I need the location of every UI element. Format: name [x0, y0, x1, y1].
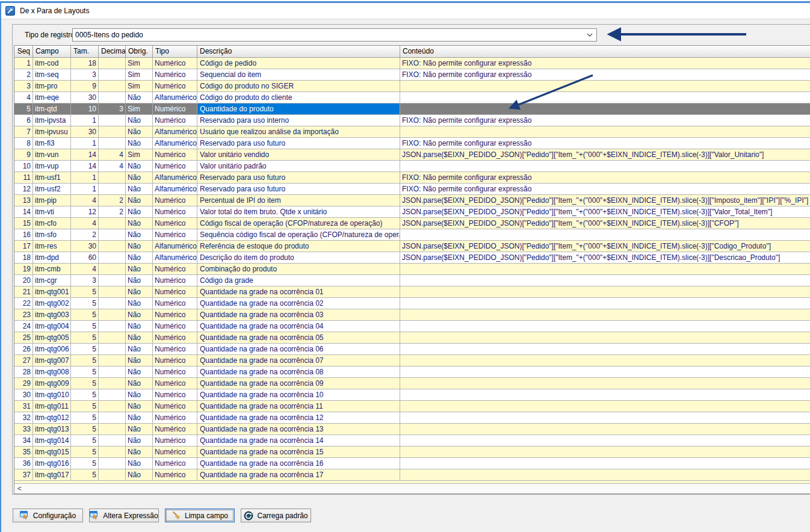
- cell-tam[interactable]: 12: [71, 206, 99, 217]
- cell-tipo[interactable]: Numérico: [153, 412, 197, 423]
- cell-decimais[interactable]: [99, 469, 126, 480]
- cell-tipo[interactable]: Numérico: [153, 206, 197, 217]
- cell-seq[interactable]: 31: [14, 401, 33, 412]
- table-row[interactable]: 28itm-qtg0085NãoNuméricoQuantidade na gr…: [14, 367, 810, 378]
- cell-conteudo[interactable]: FIXO: Não permite configurar expressão: [400, 184, 810, 194]
- cell-obrig[interactable]: Não: [126, 332, 153, 343]
- cell-obrig[interactable]: Não: [126, 412, 153, 423]
- cell-campo[interactable]: itm-eqe: [33, 92, 71, 103]
- cell-tam[interactable]: 5: [71, 447, 99, 457]
- cell-decimais[interactable]: [99, 229, 126, 240]
- cell-tipo[interactable]: Alfanumérico: [153, 184, 197, 194]
- cell-descricao[interactable]: Usuário que realizou análise da importaç…: [197, 126, 400, 137]
- cell-seq[interactable]: 8: [14, 138, 33, 149]
- cell-decimais[interactable]: [99, 264, 126, 274]
- cell-tipo[interactable]: Numérico: [153, 298, 197, 309]
- cell-campo[interactable]: itm-usf1: [33, 172, 71, 183]
- cell-tam[interactable]: 3: [71, 275, 99, 286]
- cell-campo[interactable]: itm-cmb: [33, 264, 71, 274]
- cell-obrig[interactable]: Não: [126, 378, 153, 389]
- cell-obrig[interactable]: Sim: [126, 81, 153, 91]
- cell-descricao[interactable]: Quantidade do produto: [197, 104, 400, 114]
- cell-tipo[interactable]: Alfanumérico: [153, 92, 197, 103]
- cell-descricao[interactable]: Quantidade na grade na ocorrência 10: [197, 389, 400, 400]
- cell-obrig[interactable]: Não: [126, 424, 153, 435]
- cell-decimais[interactable]: [99, 321, 126, 332]
- cell-campo[interactable]: itm-pro: [33, 81, 71, 91]
- cell-campo[interactable]: itm-cfo: [33, 218, 71, 229]
- table-row[interactable]: 24itm-qtg0045NãoNuméricoQuantidade na gr…: [14, 321, 810, 332]
- column-header-seq[interactable]: Seq: [14, 46, 33, 58]
- cell-tam[interactable]: 60: [71, 252, 99, 263]
- cell-campo[interactable]: itm-qtg011: [33, 401, 71, 412]
- cell-tipo[interactable]: Numérico: [153, 401, 197, 412]
- cell-conteudo[interactable]: [400, 469, 810, 480]
- cell-decimais[interactable]: [99, 389, 126, 400]
- cell-descricao[interactable]: Quantidade na grade na ocorrência 05: [197, 332, 400, 343]
- cell-descricao[interactable]: Código fiscal de operação (CFOP/natureza…: [197, 218, 400, 229]
- cell-seq[interactable]: 19: [14, 264, 33, 274]
- cell-conteudo[interactable]: FIXO: Não permite configurar expressão: [400, 172, 810, 183]
- cell-descricao[interactable]: Referência de estoque do produto: [197, 241, 400, 252]
- cell-descricao[interactable]: Quantidade na grade na ocorrência 17: [197, 469, 400, 480]
- cell-obrig[interactable]: Não: [126, 355, 153, 366]
- cell-tam[interactable]: 5: [71, 401, 99, 412]
- cell-campo[interactable]: itm-vun: [33, 149, 71, 160]
- cell-conteudo[interactable]: JSON.parse($EIXN_PEDIDO_JSON)["Pedido"][…: [400, 218, 810, 229]
- cell-descricao[interactable]: Código do produto do cliente: [197, 92, 400, 103]
- table-row[interactable]: 22itm-qtg0025NãoNuméricoQuantidade na gr…: [14, 298, 810, 309]
- cell-tam[interactable]: 5: [71, 355, 99, 366]
- table-row[interactable]: 32itm-qtg0125NãoNuméricoQuantidade na gr…: [14, 412, 810, 424]
- cell-tam[interactable]: 14: [71, 149, 99, 160]
- cell-obrig[interactable]: Não: [126, 321, 153, 332]
- cell-campo[interactable]: itm-sfo: [33, 229, 71, 240]
- cell-tipo[interactable]: Numérico: [153, 161, 197, 172]
- cell-conteudo[interactable]: [400, 344, 810, 354]
- cell-tipo[interactable]: Numérico: [153, 435, 197, 446]
- cell-descricao[interactable]: Quantidade na grade na ocorrência 07: [197, 355, 400, 366]
- table-row[interactable]: 33itm-qtg0135NãoNuméricoQuantidade na gr…: [14, 424, 810, 435]
- column-header-campo[interactable]: Campo: [33, 46, 71, 58]
- cell-decimais[interactable]: [99, 367, 126, 377]
- cell-descricao[interactable]: Quantidade na grade na ocorrência 08: [197, 367, 400, 377]
- cell-descricao[interactable]: Quantidade na grade na ocorrência 01: [197, 286, 400, 297]
- table-row[interactable]: 35itm-qtg0155NãoNuméricoQuantidade na gr…: [14, 447, 810, 458]
- cell-decimais[interactable]: [99, 458, 126, 469]
- cell-decimais[interactable]: [99, 286, 126, 297]
- column-header-tipo[interactable]: Tipo: [153, 46, 197, 58]
- cell-descricao[interactable]: Quantidade na grade na ocorrência 13: [197, 424, 400, 435]
- cell-tam[interactable]: 5: [71, 367, 99, 377]
- cell-tipo[interactable]: Alfanumérico: [153, 126, 197, 137]
- cell-decimais[interactable]: [99, 424, 126, 435]
- cell-tipo[interactable]: Numérico: [153, 447, 197, 457]
- cell-tam[interactable]: 4: [71, 195, 99, 206]
- table-row[interactable]: 15itm-cfo4NãoNuméricoCódigo fiscal de op…: [14, 218, 810, 229]
- cell-obrig[interactable]: Não: [126, 126, 153, 137]
- table-row[interactable]: 19itm-cmb4NãoNuméricoCombinação do produ…: [14, 264, 810, 275]
- cell-seq[interactable]: 26: [14, 344, 33, 354]
- cell-campo[interactable]: itm-ipvusu: [33, 126, 71, 137]
- cell-descricao[interactable]: Valor unitário padrão: [197, 161, 400, 172]
- cell-tam[interactable]: 4: [71, 264, 99, 274]
- horizontal-scrollbar[interactable]: <: [14, 484, 810, 493]
- cell-campo[interactable]: itm-qtg004: [33, 321, 71, 332]
- cell-conteudo[interactable]: FIXO: Não permite configurar expressão: [400, 69, 810, 80]
- carrega-padrao-button[interactable]: Carrega padrão: [241, 509, 311, 522]
- cell-tam[interactable]: 18: [71, 58, 99, 69]
- cell-descricao[interactable]: Código do produto no SIGER: [197, 81, 400, 91]
- cell-tam[interactable]: 5: [71, 298, 99, 309]
- cell-campo[interactable]: itm-qtg006: [33, 344, 71, 354]
- cell-campo[interactable]: itm-qtg002: [33, 298, 71, 309]
- cell-tipo[interactable]: Numérico: [153, 218, 197, 229]
- cell-tipo[interactable]: Numérico: [153, 81, 197, 91]
- cell-tam[interactable]: 1: [71, 172, 99, 183]
- cell-conteudo[interactable]: JSON.parse($EIXN_PEDIDO_JSON)["Pedido"][…: [400, 241, 810, 252]
- cell-conteudo[interactable]: FIXO: Não permite configurar expressão: [400, 138, 810, 149]
- cell-obrig[interactable]: Não: [126, 115, 153, 126]
- cell-conteudo[interactable]: [400, 367, 810, 377]
- cell-tipo[interactable]: Numérico: [153, 424, 197, 435]
- cell-obrig[interactable]: Sim: [126, 104, 153, 114]
- cell-descricao[interactable]: Quantidade na grade na ocorrência 15: [197, 447, 400, 457]
- cell-seq[interactable]: 28: [14, 367, 33, 377]
- cell-tipo[interactable]: Numérico: [153, 275, 197, 286]
